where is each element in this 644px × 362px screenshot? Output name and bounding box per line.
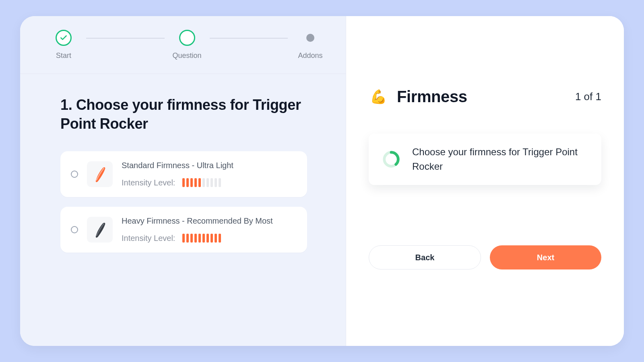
check-icon (60, 34, 68, 42)
option-heavy-firmness[interactable]: Heavy Firmness - Recommended By Most Int… (60, 207, 307, 253)
back-button[interactable]: Back (369, 245, 481, 269)
intensity-bar (206, 178, 209, 187)
product-icon (89, 164, 110, 185)
intensity-bar (186, 178, 189, 187)
intensity-bar (186, 234, 189, 243)
option-thumbnail (87, 217, 113, 243)
intensity-bar (211, 234, 213, 243)
summary-card: Choose your firmness for Trigger Point R… (369, 134, 601, 185)
intensity-label: Intensity Level: (122, 178, 175, 187)
intensity-bar (202, 234, 205, 243)
step-addons-label: Addons (298, 51, 322, 60)
step-question-label: Question (172, 51, 201, 60)
option-text: Heavy Firmness - Recommended By Most Int… (122, 216, 273, 243)
product-icon (89, 219, 110, 240)
stepper: Start Question Addons (20, 16, 346, 74)
intensity-bars (182, 178, 221, 187)
intensity-bar (219, 234, 221, 243)
step-start-label: Start (56, 51, 71, 60)
intensity-row: Intensity Level: (122, 178, 233, 187)
wizard-card: Start Question Addons 1. Choose your fir… (20, 16, 624, 346)
intensity-bar (182, 178, 185, 187)
intensity-bar (190, 178, 193, 187)
intensity-bar (215, 234, 217, 243)
stepper-connector (210, 38, 288, 39)
stepper-connector (86, 38, 165, 39)
progress-ring-icon (382, 150, 401, 169)
intensity-row: Intensity Level: (122, 234, 273, 243)
right-header: 💪 Firmness 1 of 1 (369, 87, 601, 106)
intensity-bar (211, 178, 213, 187)
intensity-bar (198, 234, 201, 243)
step-question: Question (171, 30, 203, 60)
bicep-icon: 💪 (369, 87, 388, 106)
left-panel: Start Question Addons 1. Choose your fir… (20, 16, 346, 346)
intensity-bar (219, 178, 221, 187)
step-question-indicator (179, 30, 195, 46)
right-panel: 💪 Firmness 1 of 1 Choose your firmness f… (346, 16, 624, 346)
section-title: Firmness (397, 88, 467, 106)
intensity-bar (190, 234, 193, 243)
option-thumbnail (87, 161, 113, 187)
step-start: Start (47, 30, 80, 60)
intensity-bar (182, 234, 185, 243)
left-body: 1. Choose your firmness for Trigger Poin… (20, 74, 346, 253)
options-list: Standard Firmness - Ultra Light Intensit… (60, 151, 307, 253)
option-text: Standard Firmness - Ultra Light Intensit… (122, 161, 233, 187)
intensity-bar (194, 178, 197, 187)
progress-counter: 1 of 1 (575, 90, 601, 103)
intensity-bar (198, 178, 201, 187)
right-header-left: 💪 Firmness (369, 87, 467, 106)
actions: Back Next (369, 245, 601, 269)
step-addons-indicator (306, 34, 314, 42)
option-title: Heavy Firmness - Recommended By Most (122, 216, 273, 226)
option-standard-firmness[interactable]: Standard Firmness - Ultra Light Intensit… (60, 151, 307, 197)
step-addons: Addons (294, 30, 326, 60)
intensity-bars (182, 234, 221, 243)
option-title: Standard Firmness - Ultra Light (122, 161, 233, 170)
intensity-bar (194, 234, 197, 243)
next-button[interactable]: Next (490, 245, 601, 269)
step-start-indicator (56, 30, 72, 46)
radio-icon[interactable] (71, 171, 78, 178)
intensity-bar (215, 178, 217, 187)
intensity-label: Intensity Level: (122, 234, 175, 243)
intensity-bar (202, 178, 205, 187)
radio-icon[interactable] (71, 226, 78, 233)
summary-text: Choose your firmness for Trigger Point R… (412, 145, 588, 174)
question-title: 1. Choose your firmness for Trigger Poin… (60, 96, 307, 134)
intensity-bar (206, 234, 209, 243)
